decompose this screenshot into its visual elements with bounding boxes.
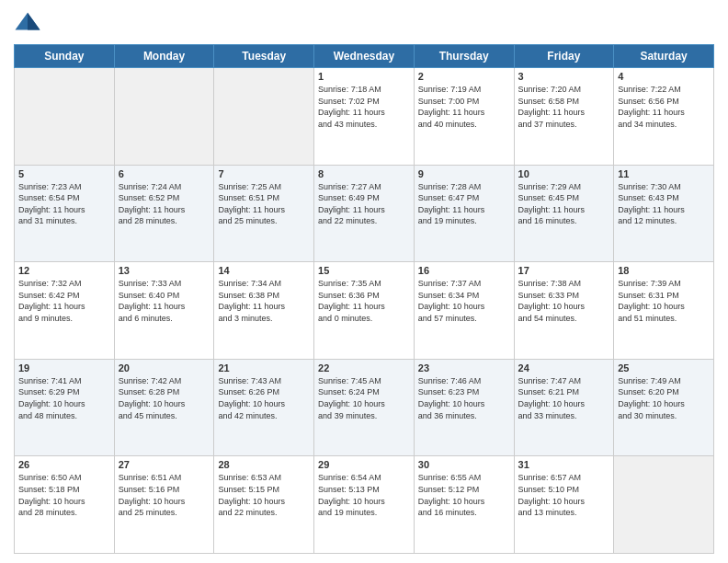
calendar-day-13: 13Sunrise: 7:33 AM Sunset: 6:40 PM Dayli…: [114, 262, 214, 360]
day-number: 26: [18, 459, 110, 470]
calendar-header-thursday: Thursday: [414, 45, 514, 68]
day-info: Sunrise: 7:32 AM Sunset: 6:42 PM Dayligh…: [18, 278, 110, 324]
day-number: 10: [518, 168, 610, 179]
day-number: 7: [218, 168, 310, 179]
day-number: 23: [418, 362, 510, 373]
day-number: 3: [518, 71, 610, 82]
day-info: Sunrise: 7:41 AM Sunset: 6:29 PM Dayligh…: [18, 375, 110, 421]
day-info: Sunrise: 6:53 AM Sunset: 5:15 PM Dayligh…: [218, 472, 310, 518]
calendar-day-15: 15Sunrise: 7:35 AM Sunset: 6:36 PM Dayli…: [314, 262, 415, 360]
logo-icon: [14, 9, 41, 37]
calendar-day-24: 24Sunrise: 7:47 AM Sunset: 6:21 PM Dayli…: [514, 359, 614, 456]
calendar-day-empty: [114, 68, 214, 166]
calendar-day-10: 10Sunrise: 7:29 AM Sunset: 6:45 PM Dayli…: [514, 165, 614, 262]
day-info: Sunrise: 7:27 AM Sunset: 6:49 PM Dayligh…: [318, 181, 410, 227]
day-info: Sunrise: 7:20 AM Sunset: 6:58 PM Dayligh…: [518, 84, 610, 130]
calendar-day-31: 31Sunrise: 6:57 AM Sunset: 5:10 PM Dayli…: [514, 456, 614, 554]
day-number: 30: [418, 459, 510, 470]
day-number: 9: [418, 168, 510, 179]
day-info: Sunrise: 7:35 AM Sunset: 6:36 PM Dayligh…: [318, 278, 410, 324]
day-number: 25: [618, 362, 710, 373]
calendar-day-20: 20Sunrise: 7:42 AM Sunset: 6:28 PM Dayli…: [114, 359, 214, 456]
calendar-day-empty: [15, 68, 115, 166]
calendar-day-14: 14Sunrise: 7:34 AM Sunset: 6:38 PM Dayli…: [214, 262, 314, 360]
calendar-header-tuesday: Tuesday: [214, 45, 314, 68]
day-number: 20: [119, 362, 210, 373]
calendar-day-empty: [214, 68, 314, 166]
page: SundayMondayTuesdayWednesdayThursdayFrid…: [0, 0, 728, 563]
day-info: Sunrise: 7:45 AM Sunset: 6:24 PM Dayligh…: [318, 375, 410, 421]
day-number: 21: [218, 362, 310, 373]
day-info: Sunrise: 7:23 AM Sunset: 6:54 PM Dayligh…: [18, 181, 110, 227]
day-info: Sunrise: 7:28 AM Sunset: 6:47 PM Dayligh…: [418, 181, 510, 227]
day-info: Sunrise: 6:51 AM Sunset: 5:16 PM Dayligh…: [119, 472, 210, 518]
day-info: Sunrise: 7:42 AM Sunset: 6:28 PM Dayligh…: [119, 375, 210, 421]
day-number: 28: [218, 459, 310, 470]
calendar-day-27: 27Sunrise: 6:51 AM Sunset: 5:16 PM Dayli…: [114, 456, 214, 554]
calendar-table: SundayMondayTuesdayWednesdayThursdayFrid…: [14, 44, 714, 554]
calendar-day-30: 30Sunrise: 6:55 AM Sunset: 5:12 PM Dayli…: [414, 456, 514, 554]
day-info: Sunrise: 6:57 AM Sunset: 5:10 PM Dayligh…: [518, 472, 610, 518]
calendar-day-16: 16Sunrise: 7:37 AM Sunset: 6:34 PM Dayli…: [414, 262, 514, 360]
calendar-week-row: 26Sunrise: 6:50 AM Sunset: 5:18 PM Dayli…: [15, 456, 714, 554]
day-number: 22: [318, 362, 410, 373]
day-number: 5: [18, 168, 110, 179]
calendar-header-sunday: Sunday: [15, 45, 115, 68]
day-number: 19: [18, 362, 110, 373]
calendar-day-17: 17Sunrise: 7:38 AM Sunset: 6:33 PM Dayli…: [514, 262, 614, 360]
day-info: Sunrise: 7:22 AM Sunset: 6:56 PM Dayligh…: [618, 84, 710, 130]
day-info: Sunrise: 7:37 AM Sunset: 6:34 PM Dayligh…: [418, 278, 510, 324]
calendar-day-2: 2Sunrise: 7:19 AM Sunset: 7:00 PM Daylig…: [414, 68, 514, 166]
day-number: 2: [418, 71, 510, 82]
day-number: 24: [518, 362, 610, 373]
day-info: Sunrise: 7:38 AM Sunset: 6:33 PM Dayligh…: [518, 278, 610, 324]
calendar-header-monday: Monday: [114, 45, 214, 68]
day-number: 12: [18, 265, 110, 276]
day-info: Sunrise: 7:30 AM Sunset: 6:43 PM Dayligh…: [618, 181, 710, 227]
calendar-header-friday: Friday: [514, 45, 614, 68]
calendar-day-1: 1Sunrise: 7:18 AM Sunset: 7:02 PM Daylig…: [314, 68, 415, 166]
calendar-day-6: 6Sunrise: 7:24 AM Sunset: 6:52 PM Daylig…: [114, 165, 214, 262]
day-info: Sunrise: 7:25 AM Sunset: 6:51 PM Dayligh…: [218, 181, 310, 227]
calendar-week-row: 19Sunrise: 7:41 AM Sunset: 6:29 PM Dayli…: [15, 359, 714, 456]
day-number: 17: [518, 265, 610, 276]
day-info: Sunrise: 6:50 AM Sunset: 5:18 PM Dayligh…: [18, 472, 110, 518]
day-number: 13: [119, 265, 210, 276]
day-number: 8: [318, 168, 410, 179]
day-info: Sunrise: 7:34 AM Sunset: 6:38 PM Dayligh…: [218, 278, 310, 324]
calendar-day-9: 9Sunrise: 7:28 AM Sunset: 6:47 PM Daylig…: [414, 165, 514, 262]
day-number: 16: [418, 265, 510, 276]
calendar-day-26: 26Sunrise: 6:50 AM Sunset: 5:18 PM Dayli…: [15, 456, 115, 554]
day-info: Sunrise: 7:19 AM Sunset: 7:00 PM Dayligh…: [418, 84, 510, 130]
day-info: Sunrise: 7:49 AM Sunset: 6:20 PM Dayligh…: [618, 375, 710, 421]
calendar-day-12: 12Sunrise: 7:32 AM Sunset: 6:42 PM Dayli…: [15, 262, 115, 360]
day-info: Sunrise: 7:39 AM Sunset: 6:31 PM Dayligh…: [618, 278, 710, 324]
calendar-week-row: 12Sunrise: 7:32 AM Sunset: 6:42 PM Dayli…: [15, 262, 714, 360]
day-number: 15: [318, 265, 410, 276]
day-info: Sunrise: 7:18 AM Sunset: 7:02 PM Dayligh…: [318, 84, 410, 130]
calendar-day-18: 18Sunrise: 7:39 AM Sunset: 6:31 PM Dayli…: [614, 262, 714, 360]
calendar-week-row: 1Sunrise: 7:18 AM Sunset: 7:02 PM Daylig…: [15, 68, 714, 166]
calendar-day-22: 22Sunrise: 7:45 AM Sunset: 6:24 PM Dayli…: [314, 359, 415, 456]
day-info: Sunrise: 6:55 AM Sunset: 5:12 PM Dayligh…: [418, 472, 510, 518]
calendar-day-25: 25Sunrise: 7:49 AM Sunset: 6:20 PM Dayli…: [614, 359, 714, 456]
day-info: Sunrise: 7:47 AM Sunset: 6:21 PM Dayligh…: [518, 375, 610, 421]
calendar-day-23: 23Sunrise: 7:46 AM Sunset: 6:23 PM Dayli…: [414, 359, 514, 456]
day-number: 14: [218, 265, 310, 276]
calendar-day-3: 3Sunrise: 7:20 AM Sunset: 6:58 PM Daylig…: [514, 68, 614, 166]
logo: [14, 9, 45, 37]
header: [14, 9, 714, 37]
day-number: 11: [618, 168, 710, 179]
calendar-day-29: 29Sunrise: 6:54 AM Sunset: 5:13 PM Dayli…: [314, 456, 415, 554]
day-info: Sunrise: 7:24 AM Sunset: 6:52 PM Dayligh…: [119, 181, 210, 227]
calendar-header-row: SundayMondayTuesdayWednesdayThursdayFrid…: [15, 45, 714, 68]
calendar-day-28: 28Sunrise: 6:53 AM Sunset: 5:15 PM Dayli…: [214, 456, 314, 554]
calendar-day-11: 11Sunrise: 7:30 AM Sunset: 6:43 PM Dayli…: [614, 165, 714, 262]
calendar-header-saturday: Saturday: [614, 45, 714, 68]
calendar-day-19: 19Sunrise: 7:41 AM Sunset: 6:29 PM Dayli…: [15, 359, 115, 456]
day-number: 29: [318, 459, 410, 470]
day-info: Sunrise: 7:43 AM Sunset: 6:26 PM Dayligh…: [218, 375, 310, 421]
day-number: 18: [618, 265, 710, 276]
calendar-day-8: 8Sunrise: 7:27 AM Sunset: 6:49 PM Daylig…: [314, 165, 415, 262]
calendar-day-21: 21Sunrise: 7:43 AM Sunset: 6:26 PM Dayli…: [214, 359, 314, 456]
